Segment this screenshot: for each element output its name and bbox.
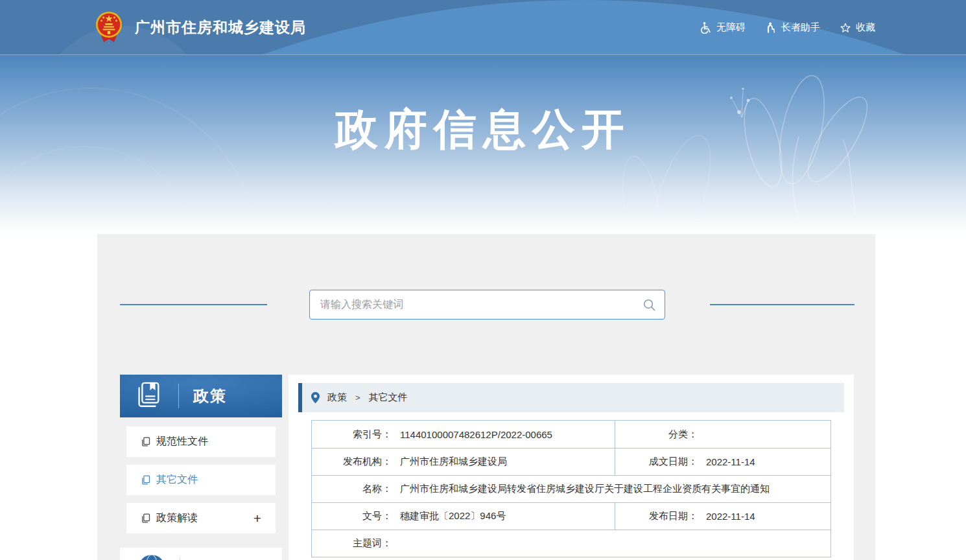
breadcrumb-separator: > [355,393,360,402]
header-links: 无障碍 长者助手 收藏 [700,0,875,55]
globe-circle-icon [138,554,165,560]
field-value: 穗建审批〔2022〕946号 [400,510,506,522]
field-label: 索引号： [312,428,392,441]
document-icon [141,475,150,485]
detail-table: 索引号： 11440100007482612P/2022-00665 分类： 发… [311,420,831,557]
breadcrumb-accent-bar [298,383,302,412]
divider-line-left [120,304,267,305]
field-category: 分类： [615,421,831,448]
site-title[interactable]: 广州市住房和城乡建设局 [135,0,306,55]
sidebar-item-policy-interpretation[interactable]: 政策解读 + [126,503,276,533]
book-icon [133,380,163,412]
national-emblem-icon [95,11,123,46]
search-input[interactable] [310,290,633,319]
expand-plus-icon[interactable]: + [253,511,261,525]
field-written-date: 成文日期： 2022-11-14 [615,448,831,475]
document-icon [141,437,150,447]
elder-helper-label: 长者助手 [781,21,820,34]
field-value: 2022-11-14 [706,456,755,467]
search-button[interactable] [633,290,665,319]
sidebar-item-other-documents[interactable]: 其它文件 [126,465,276,495]
sidebar-section-gov-info[interactable]: 政府信息公开 [120,548,282,560]
field-document-title: 名称： 广州市住房和城乡建设局转发省住房城乡建设厅关于建设工程企业资质有关事宜的… [312,475,831,502]
sidebar-section-title: 政策 [193,386,227,406]
page: 广州市住房和城乡建设局 无障碍 [0,0,966,560]
field-doc-number: 文号： 穗建审批〔2022〕946号 [312,502,615,530]
field-publish-date: 发布日期： 2022-11-14 [615,502,831,530]
document-icon [141,513,150,523]
field-value: 广州市住房和城乡建设局转发省住房城乡建设厅关于建设工程企业资质有关事宜的通知 [400,483,770,495]
field-value: 广州市住房和城乡建设局 [400,456,507,468]
field-label: 成文日期： [615,456,698,468]
search-box [309,290,665,320]
sidebar: 政策 规范性文件 其它文件 [120,375,282,560]
site-header: 广州市住房和城乡建设局 无障碍 [0,0,966,55]
star-icon [840,22,851,34]
sidebar-item-label: 其它文件 [156,473,198,487]
divider [180,557,180,560]
content-container: 政策 规范性文件 其它文件 [97,234,875,560]
field-index-number: 索引号： 11440100007482612P/2022-00665 [312,421,615,448]
detail-card: 政策 > 其它文件 索引号： 11440100007482612P/2022-0… [289,375,854,560]
accessibility-label: 无障碍 [716,21,746,34]
favorite-label: 收藏 [856,21,875,34]
field-value: 2022-11-14 [706,511,755,522]
field-label: 名称： [312,483,392,495]
location-pin-icon [311,391,320,404]
sidebar-section-policy[interactable]: 政策 [120,375,282,417]
sidebar-item-label: 政策解读 [156,511,198,525]
elder-person-icon [765,21,777,34]
breadcrumb: 政策 > 其它文件 [298,383,844,412]
field-label: 分类： [615,428,698,441]
field-keywords: 主题词： [312,530,831,557]
banner: 政府信息公开 [0,55,966,234]
field-label: 发布机构： [312,456,392,468]
field-label: 发布日期： [615,510,698,522]
accessibility-link[interactable]: 无障碍 [700,21,746,34]
elder-helper-link[interactable]: 长者助手 [765,21,820,34]
sidebar-item-label: 规范性文件 [156,435,208,449]
breadcrumb-item-policy[interactable]: 政策 [327,391,347,404]
divider-line-right [710,304,854,305]
page-title: 政府信息公开 [0,100,966,159]
divider [178,384,179,408]
field-value: 11440100007482612P/2022-00665 [400,429,552,440]
field-label: 主题词： [312,537,392,550]
field-label: 文号： [312,510,392,522]
search-icon [642,298,657,312]
favorite-link[interactable]: 收藏 [840,21,875,34]
wheelchair-icon [700,21,712,34]
breadcrumb-item-other-documents[interactable]: 其它文件 [369,391,408,404]
field-publisher: 发布机构： 广州市住房和城乡建设局 [312,448,615,475]
sidebar-item-regulatory-documents[interactable]: 规范性文件 [126,426,276,457]
